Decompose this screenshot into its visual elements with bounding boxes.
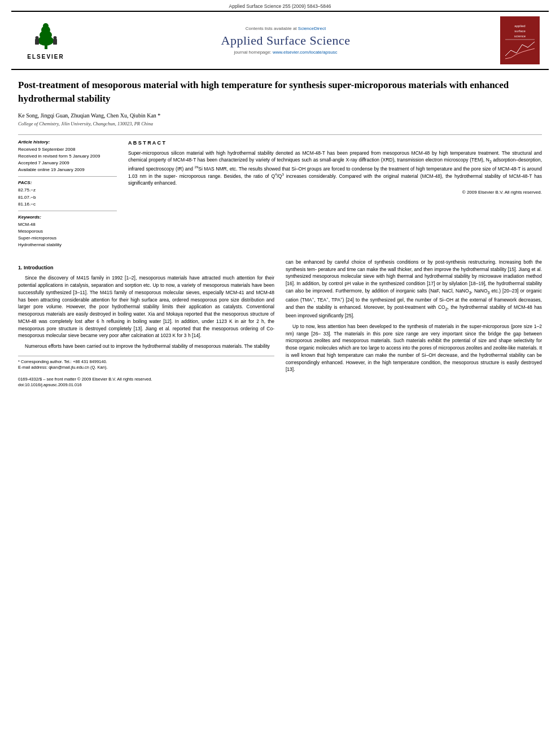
accepted-date: Accepted 7 January 2009 [18,160,117,166]
footer-note-1: * Corresponding author. Tel.: +86 431 84… [18,359,274,365]
svg-text:science: science [514,34,526,38]
author-list: Ke Song, Jingqi Guan, Zhuqian Wang, Chen… [18,112,160,119]
elsevier-text: ELSEVIER [27,54,64,60]
revised-date: Received in revised form 5 January 2009 [18,153,117,159]
main-content: 1. Introduction Since the discovery of M… [18,259,542,388]
affiliation: College of Chemistry, Jilin University, … [18,121,542,126]
abstract-text: Super-microporous silicon material with … [128,150,542,187]
info-divider-1 [18,176,117,177]
footer-divider [18,356,274,356]
copyright-line: © 2009 Elsevier B.V. All rights reserved… [128,189,542,196]
info-divider-2 [18,211,117,211]
footer-note-4: doi:10.1016/j.apsusc.2009.01.016 [18,382,274,388]
footer-note-3: 0169-4332/$ – see front matter © 2009 El… [18,377,274,383]
article-history-label: Article history: [18,139,117,145]
pacs-1: 82.75.−z [18,187,117,193]
elsevier-logo: ELSEVIER [20,21,71,60]
right-column: can be enhanced by careful choice of syn… [286,259,542,388]
journal-cover-image: applied surface science [500,16,540,64]
journal-header: ELSEVIER Contents lists available at Sci… [11,11,549,70]
elsevier-tree-icon [30,21,62,52]
svg-point-6 [35,36,38,40]
homepage-url[interactable]: www.elsevier.com/locate/apsusc [273,50,338,55]
page-wrapper: Applied Surface Science 255 (2009) 5843–… [0,0,560,400]
footer-note-2: E-mail address: qkan@mail.jlu.edu.cn (Q.… [18,365,274,371]
keyword-4: Hydrothermal stability [18,242,117,248]
svg-text:applied: applied [514,24,525,28]
sciencedirect-line: Contents lists available at ScienceDirec… [82,26,489,31]
article-body: Post-treatment of mesoporous material wi… [0,70,560,400]
received-date: Received 9 September 2008 [18,146,117,152]
left-column: 1. Introduction Since the discovery of M… [18,259,274,388]
keyword-1: MCM-48 [18,221,117,228]
svg-text:surface: surface [514,29,526,33]
article-info: Article history: Received 9 September 20… [18,139,117,248]
section1-para2: Numerous efforts have been carried out t… [18,343,274,350]
svg-rect-5 [35,39,39,45]
abstract-title: A B S T R A C T [128,139,542,147]
article-title: Post-treatment of mesoporous material wi… [18,78,542,106]
svg-rect-7 [53,39,57,45]
section1-title: 1. Introduction [18,264,274,272]
keywords-label: Keywords: [18,215,117,220]
cover-graphic: applied surface science [502,19,537,62]
right-para1: can be enhanced by careful choice of syn… [286,259,542,320]
keyword-3: Super-microporous [18,235,117,242]
authors: Ke Song, Jingqi Guan, Zhuqian Wang, Chen… [18,112,542,119]
right-para2: Up to now, less attention has been devel… [286,323,542,373]
abstract-col: A B S T R A C T Super-microporous silico… [128,139,542,248]
svg-point-8 [53,36,56,40]
keyword-2: Mesoporous [18,228,117,235]
journal-title-center: Contents lists available at ScienceDirec… [82,26,489,55]
svg-point-4 [43,23,49,29]
section1-para1: Since the discovery of M41S family in 19… [18,274,274,339]
journal-title-text: Applied Surface Science [82,33,489,48]
keywords-list: MCM-48 Mesoporous Super-microporous Hydr… [18,221,117,248]
pacs-2: 81.07.−b [18,194,117,200]
journal-top-bar: Applied Surface Science 255 (2009) 5843–… [0,0,560,11]
sciencedirect-link[interactable]: ScienceDirect [298,26,326,31]
pacs-3: 81.16.−c [18,201,117,207]
info-abstract-row: Article history: Received 9 September 20… [18,134,542,248]
journal-homepage-line: journal homepage: www.elsevier.com/locat… [82,50,489,55]
journal-top-info: Applied Surface Science 255 (2009) 5843–… [229,3,331,9]
available-date: Available online 19 January 2009 [18,167,117,173]
pacs-label: PACS: [18,180,117,185]
